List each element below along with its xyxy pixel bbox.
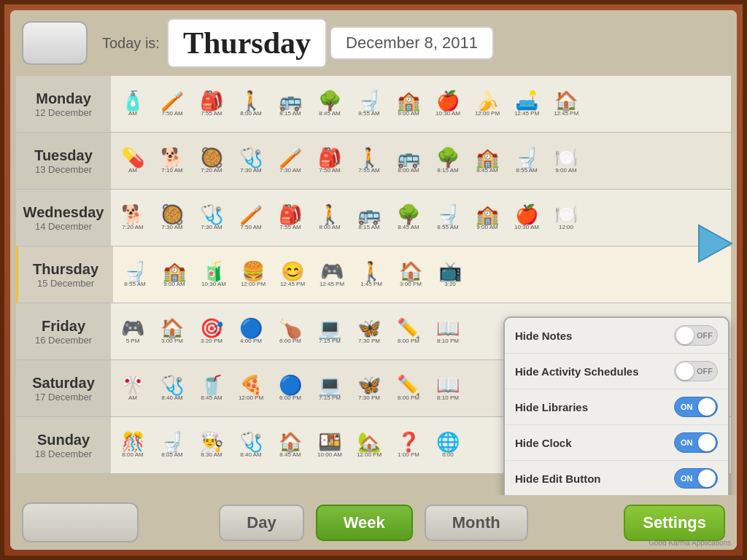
event-item[interactable]: 🍌12:00 PM <box>468 91 506 117</box>
settings-toggle[interactable]: OFF <box>674 361 718 381</box>
day-label: Tuesday13 December <box>16 133 111 189</box>
left-footer-button[interactable] <box>22 502 139 542</box>
event-item[interactable]: 💻7:15 PM <box>311 319 349 344</box>
event-item[interactable]: 🚽8:55 AM <box>508 148 546 174</box>
event-item[interactable]: 🚶1:45 PM <box>352 262 390 287</box>
event-item[interactable]: 🍕12:00 PM <box>232 376 270 401</box>
event-item[interactable]: 🚌8:15 AM <box>271 91 309 117</box>
event-item[interactable]: 🔵4:00 PM <box>232 319 270 344</box>
event-item[interactable]: 🍎10:30 AM <box>508 205 546 230</box>
event-item[interactable]: 🌐6:00 <box>429 432 467 458</box>
event-item[interactable]: 🍱10:00 AM <box>311 432 349 458</box>
event-item[interactable]: 🎒7:55 AM <box>193 91 231 117</box>
event-item[interactable]: 🏠3:00 PM <box>153 319 191 344</box>
event-item[interactable]: ✏️8:00 PM <box>390 376 427 401</box>
event-item[interactable]: 🥘7:30 AM <box>153 205 191 230</box>
event-item[interactable]: 🚽8:05 AM <box>153 432 191 458</box>
event-item[interactable]: 🧴AM <box>114 91 152 117</box>
event-item[interactable]: 🔵6:00 PM <box>271 376 309 401</box>
home-button[interactable] <box>22 21 88 65</box>
settings-button[interactable]: Settings <box>624 505 725 541</box>
event-item[interactable]: 🪥7:50 AM <box>153 91 191 117</box>
event-item[interactable]: 🍽️9:00 AM <box>547 148 585 174</box>
settings-toggle[interactable]: ON <box>674 432 718 453</box>
event-item[interactable]: 🛋️12:45 PM <box>508 91 546 117</box>
event-item[interactable]: 🚶8:00 AM <box>232 91 270 117</box>
event-time: 7:30 AM <box>279 167 301 174</box>
event-item[interactable]: ❓1:00 PM <box>390 432 427 458</box>
event-item[interactable]: 🥘7:20 AM <box>193 148 231 174</box>
event-item[interactable]: 📖8:10 PM <box>429 319 467 344</box>
day-date: 17 December <box>35 392 92 402</box>
event-item[interactable]: 📺3:20 <box>431 262 469 287</box>
event-item[interactable]: 🍔12:00 PM <box>234 262 272 287</box>
event-item[interactable]: 🍗6:00 PM <box>271 319 309 344</box>
event-item[interactable]: 🎒7:50 AM <box>311 148 349 174</box>
event-item[interactable]: 🚽8:55 AM <box>116 262 154 287</box>
day-button[interactable]: Day <box>219 505 303 541</box>
event-item[interactable]: 🐕7:20 AM <box>114 205 152 230</box>
calendar-row[interactable]: Monday12 December🧴AM🪥7:50 AM🎒7:55 AM🚶8:0… <box>16 76 731 133</box>
event-item[interactable]: 🎮12:45 PM <box>313 262 351 287</box>
event-item[interactable]: 🏠12:45 PM <box>547 91 585 117</box>
event-item[interactable]: 🎯3:20 PM <box>193 319 231 344</box>
month-button[interactable]: Month <box>425 505 528 541</box>
event-item[interactable]: 🎊8:00 AM <box>114 432 152 458</box>
event-item[interactable]: 🏡12:00 PM <box>350 432 388 458</box>
event-item[interactable]: 🌳8:15 AM <box>429 148 467 174</box>
event-item[interactable]: 💻7:15 PM <box>311 376 349 401</box>
right-arrow-icon[interactable] <box>695 222 735 265</box>
event-item[interactable]: 😊12:45 PM <box>274 262 311 287</box>
event-item[interactable]: 🚌8:15 AM <box>350 205 388 230</box>
events-strip: 🐕7:20 AM🥘7:30 AM🩺7:30 AM🪥7:50 AM🎒7:55 AM… <box>111 190 731 246</box>
event-item[interactable]: 🥤8:45 AM <box>193 376 231 401</box>
event-item[interactable]: 🌳8:45 AM <box>390 205 427 230</box>
event-item[interactable]: 🐕7:10 AM <box>153 148 191 174</box>
calendar-row[interactable]: Wednesday14 December🐕7:20 AM🥘7:30 AM🩺7:3… <box>16 190 731 246</box>
event-item[interactable]: 🩺7:30 AM <box>193 205 231 230</box>
event-item[interactable]: 🎒7:55 AM <box>271 205 309 230</box>
event-item[interactable]: 🍽️12:00 <box>547 205 585 230</box>
event-item[interactable]: 🚽8:55 AM <box>429 205 467 230</box>
event-item[interactable]: 🩺7:30 AM <box>232 148 270 174</box>
event-item[interactable]: 🏠3:00 PM <box>392 262 430 287</box>
event-item[interactable]: ✏️8:00 PM <box>390 319 427 344</box>
event-item[interactable]: 🌳8:45 AM <box>311 91 349 117</box>
calendar-row[interactable]: Thursday15 December🚽8:55 AM🏫9:00 AM🧃10:3… <box>16 246 731 303</box>
event-item[interactable]: 🍎10:30 AM <box>429 91 467 117</box>
event-item[interactable]: 🦋7:30 PM <box>350 319 388 344</box>
event-item[interactable]: 🪥7:50 AM <box>232 205 270 230</box>
event-item[interactable]: 🩺8:40 AM <box>153 376 191 401</box>
event-item[interactable]: 🚌8:00 AM <box>390 148 427 174</box>
event-item[interactable]: 🦋7:30 PM <box>350 376 388 401</box>
event-item[interactable]: 🎮5 PM <box>114 319 152 344</box>
event-item[interactable]: 🏫9:00 AM <box>390 91 427 117</box>
event-icon: 🥘 <box>200 148 223 167</box>
event-item[interactable]: 🩺8:40 AM <box>232 432 270 458</box>
event-item[interactable]: 🏫9:00 AM <box>468 205 506 230</box>
event-item[interactable]: 🏠8:45 AM <box>271 432 309 458</box>
event-item[interactable]: 🧃10:30 AM <box>195 262 233 287</box>
event-icon: 🪥 <box>279 148 302 167</box>
event-time: 7:50 AM <box>240 224 261 230</box>
event-item[interactable]: 🎌AM <box>114 376 152 401</box>
event-time: 8:45 AM <box>319 110 340 117</box>
event-item[interactable]: 📖8:10 PM <box>429 376 467 401</box>
settings-toggle[interactable]: ON <box>674 397 718 417</box>
calendar-row[interactable]: Tuesday13 December💊AM🐕7:10 AM🥘7:20 AM🩺7:… <box>16 133 731 190</box>
event-item[interactable]: 🏫8:45 AM <box>468 148 506 174</box>
event-item[interactable]: 🪥7:30 AM <box>271 148 309 174</box>
event-time: 8:45 AM <box>201 394 222 401</box>
week-button[interactable]: Week <box>316 505 413 541</box>
event-item[interactable]: 🚽8:55 AM <box>350 91 388 117</box>
event-item[interactable]: 🚶8:00 AM <box>311 205 349 230</box>
settings-toggle[interactable]: ON <box>674 468 718 489</box>
event-item[interactable]: 💊AM <box>114 148 152 174</box>
day-name: Wednesday <box>23 204 104 221</box>
settings-toggle[interactable]: OFF <box>674 325 718 346</box>
event-item[interactable]: 🚶7:55 AM <box>350 148 388 174</box>
event-time: 8:15 AM <box>358 224 379 230</box>
event-item[interactable]: 👨‍🍳8:30 AM <box>193 432 231 458</box>
event-item[interactable]: 🏫9:00 AM <box>155 262 193 287</box>
event-icon: 🌳 <box>397 205 420 224</box>
